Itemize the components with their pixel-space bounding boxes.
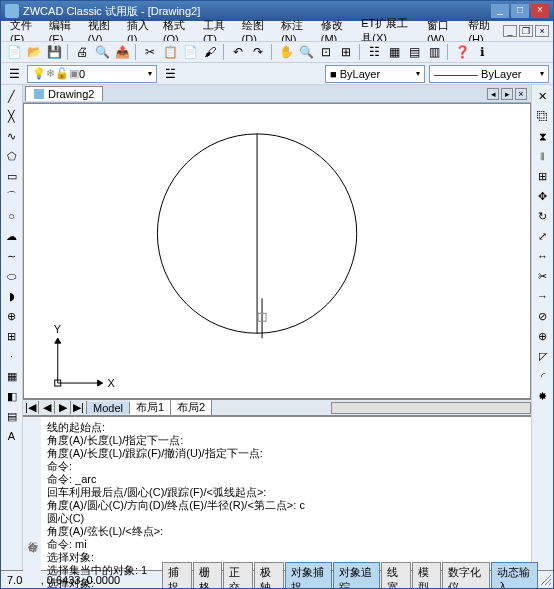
join-tool[interactable]: ⊕ [534, 327, 552, 345]
color-combo[interactable]: ■ ByLayer▾ [325, 65, 425, 83]
copy-tool[interactable]: ⿻ [534, 107, 552, 125]
arc-tool[interactable]: ⌒ [3, 187, 21, 205]
about-button[interactable]: ℹ [473, 43, 491, 61]
ellipse-tool[interactable]: ⬭ [3, 267, 21, 285]
h-scrollbar[interactable] [331, 402, 531, 414]
calc-button[interactable]: ▥ [425, 43, 443, 61]
tab-close-button[interactable]: × [515, 88, 527, 100]
tab-controls: ◂ ▸ × [487, 88, 529, 100]
sheet-last-button[interactable]: ▶| [71, 401, 87, 414]
center-area: Drawing2 ◂ ▸ × X [23, 85, 531, 570]
chamfer-tool[interactable]: ◸ [534, 347, 552, 365]
polygon-tool[interactable]: ⬠ [3, 147, 21, 165]
layer-iso-button[interactable]: ☱ [161, 65, 179, 83]
resize-handle[interactable] [539, 573, 553, 587]
linetype-combo[interactable]: ———— ByLayer▾ [429, 65, 549, 83]
zoom-button[interactable]: 🔍 [297, 43, 315, 61]
command-side-label: 命令行 [23, 417, 41, 589]
sep [271, 44, 273, 60]
doc-tab-active[interactable]: Drawing2 [25, 86, 103, 101]
sheet-prev-button[interactable]: ◀ [39, 401, 55, 414]
mdi-close-button[interactable]: × [535, 25, 549, 37]
layer-mgr-button[interactable]: ☰ [5, 65, 23, 83]
help-icon[interactable]: ❓ [453, 43, 471, 61]
save-button[interactable]: 💾 [45, 43, 63, 61]
modify-toolbar: ✕ ⿻ ⧗ ⫴ ⊞ ✥ ↻ ⤢ ↔ ✂ → ⊘ ⊕ ◸ ◜ ✸ [531, 85, 553, 570]
menu-bar: 文件(F) 编辑(E) 视图(V) 插入(I) 格式(O) 工具(T) 绘图(D… [1, 21, 553, 41]
line-tool[interactable]: ╱ [3, 87, 21, 105]
document-tabs: Drawing2 ◂ ▸ × [23, 85, 531, 103]
circle-tool[interactable]: ○ [3, 207, 21, 225]
sheet-tab-layout2[interactable]: 布局2 [171, 400, 212, 415]
tab-left-button[interactable]: ◂ [487, 88, 499, 100]
drawing-svg: X Y [24, 104, 530, 398]
sheet-tab-model[interactable]: Model [87, 402, 130, 414]
ellipsearc-tool[interactable]: ◗ [3, 287, 21, 305]
doc-icon [34, 89, 44, 99]
command-history[interactable]: 线的起始点: 角度(A)/长度(L)/指定下一点: 角度(A)/长度(L)/跟踪… [41, 417, 531, 589]
table-tool[interactable]: ▤ [3, 407, 21, 425]
offset-tool[interactable]: ⫴ [534, 147, 552, 165]
tab-right-button[interactable]: ▸ [501, 88, 513, 100]
trim-tool[interactable]: ✂ [534, 267, 552, 285]
print-button[interactable]: 🖨 [73, 43, 91, 61]
mdi-restore-button[interactable]: ❐ [519, 25, 533, 37]
mdi-controls: _ ❐ × [503, 25, 549, 37]
close-button[interactable]: × [531, 4, 549, 18]
tp-button[interactable]: ▤ [405, 43, 423, 61]
pline-tool[interactable]: ∿ [3, 127, 21, 145]
revcloud-tool[interactable]: ☁ [3, 227, 21, 245]
preview-button[interactable]: 🔍 [93, 43, 111, 61]
pan-button[interactable]: ✋ [277, 43, 295, 61]
xline-tool[interactable]: ╳ [3, 107, 21, 125]
dc-button[interactable]: ▦ [385, 43, 403, 61]
fillet-tool[interactable]: ◜ [534, 367, 552, 385]
sheet-next-button[interactable]: ▶ [55, 401, 71, 414]
publish-button[interactable]: 📤 [113, 43, 131, 61]
command-window: 命令行 线的起始点: 角度(A)/长度(L)/指定下一点: 角度(A)/长度(L… [23, 415, 531, 570]
mdi-min-button[interactable]: _ [503, 25, 517, 37]
cut-button[interactable]: ✂ [141, 43, 159, 61]
sep [447, 44, 449, 60]
redo-button[interactable]: ↷ [249, 43, 267, 61]
erase-tool[interactable]: ✕ [534, 87, 552, 105]
match-button[interactable]: 🖌 [201, 43, 219, 61]
sheet-tab-layout1[interactable]: 布局1 [130, 400, 171, 415]
explode-tool[interactable]: ✸ [534, 387, 552, 405]
maximize-button[interactable]: □ [511, 4, 529, 18]
insert-tool[interactable]: ⊕ [3, 307, 21, 325]
sheet-tabs: |◀ ◀ ▶ ▶| Model 布局1 布局2 [23, 399, 531, 415]
block-tool[interactable]: ⊞ [3, 327, 21, 345]
sep [223, 44, 225, 60]
standard-toolbar: 📄 📂 💾 🖨 🔍 📤 ✂ 📋 📄 🖌 ↶ ↷ ✋ 🔍 ⊡ ⊞ ☷ ▦ ▤ ▥ … [1, 41, 553, 63]
copy-button[interactable]: 📋 [161, 43, 179, 61]
layer-combo[interactable]: 💡❄🔓▣ 0▾ [27, 65, 157, 83]
rotate-tool[interactable]: ↻ [534, 207, 552, 225]
scale-tool[interactable]: ⤢ [534, 227, 552, 245]
region-tool[interactable]: ◧ [3, 387, 21, 405]
svg-marker-6 [98, 380, 103, 386]
new-button[interactable]: 📄 [5, 43, 23, 61]
stretch-tool[interactable]: ↔ [534, 247, 552, 265]
undo-button[interactable]: ↶ [229, 43, 247, 61]
extend-tool[interactable]: → [534, 287, 552, 305]
text-tool[interactable]: A [3, 427, 21, 445]
point-tool[interactable]: · [3, 347, 21, 365]
zoom-prev-button[interactable]: ⊞ [337, 43, 355, 61]
spline-tool[interactable]: ∼ [3, 247, 21, 265]
sheet-first-button[interactable]: |◀ [23, 401, 39, 414]
open-button[interactable]: 📂 [25, 43, 43, 61]
draw-toolbar: ╱ ╳ ∿ ⬠ ▭ ⌒ ○ ☁ ∼ ⬭ ◗ ⊕ ⊞ · ▦ ◧ ▤ A [1, 85, 23, 570]
break-tool[interactable]: ⊘ [534, 307, 552, 325]
mirror-tool[interactable]: ⧗ [534, 127, 552, 145]
sep [135, 44, 137, 60]
hatch-tool[interactable]: ▦ [3, 367, 21, 385]
drawing-canvas[interactable]: X Y [23, 103, 531, 399]
array-tool[interactable]: ⊞ [534, 167, 552, 185]
zoom-win-button[interactable]: ⊡ [317, 43, 335, 61]
paste-button[interactable]: 📄 [181, 43, 199, 61]
prop-button[interactable]: ☷ [365, 43, 383, 61]
rect-tool[interactable]: ▭ [3, 167, 21, 185]
sheet-nav: |◀ ◀ ▶ ▶| [23, 401, 87, 414]
move-tool[interactable]: ✥ [534, 187, 552, 205]
